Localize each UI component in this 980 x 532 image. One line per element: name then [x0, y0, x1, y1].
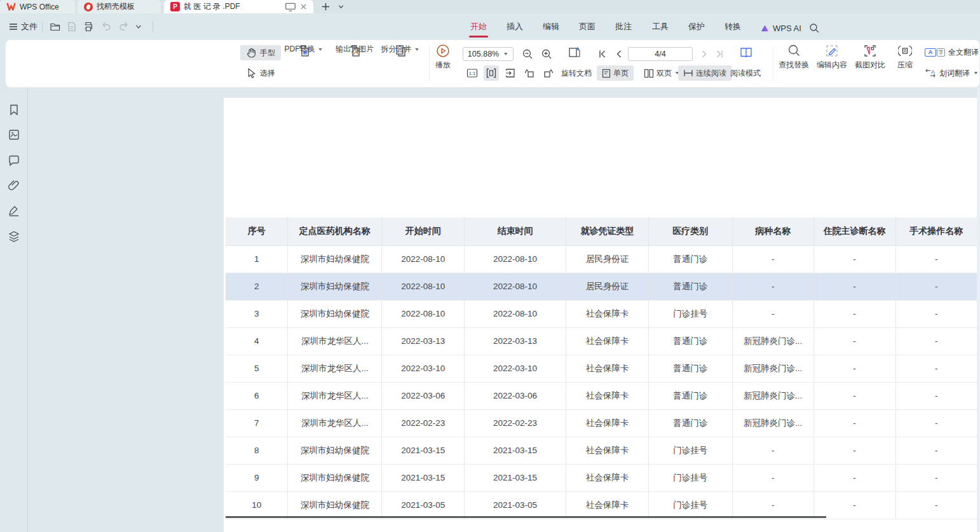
first-page-icon — [597, 48, 608, 60]
table-header-cell: 病种名称 — [732, 217, 813, 245]
menu-page[interactable]: 页面 — [576, 20, 598, 34]
table-cell: - — [895, 327, 977, 355]
find-replace-label: 查找替换 — [779, 60, 809, 71]
table-cell: - — [895, 491, 977, 519]
read-mode-button[interactable]: 阅读模式 — [730, 65, 761, 81]
menu-comment[interactable]: 批注 — [613, 20, 634, 34]
table-cell: 深圳市龙华区人... — [288, 409, 382, 437]
prev-page-button[interactable] — [613, 47, 625, 61]
pdf-icon: P — [170, 2, 180, 11]
bookmark-icon[interactable] — [8, 104, 20, 116]
thumbnail-icon[interactable] — [8, 128, 20, 141]
menu-protect[interactable]: 保护 — [686, 20, 707, 34]
tab-list-chevron-icon[interactable] — [337, 0, 344, 13]
attachment-icon[interactable] — [8, 179, 20, 192]
table-row: 10深圳市妇幼保健院2021-03-052021-03-05社会保障卡门诊挂号-… — [226, 491, 977, 519]
single-page-button[interactable]: 单页 — [597, 65, 634, 81]
zoom-in-button[interactable] — [540, 47, 554, 61]
chevron-down-icon: ▼ — [503, 51, 508, 57]
actual-size-button[interactable]: 1:1 — [465, 65, 480, 81]
zoom-level-combo[interactable]: 105.88% ▼ — [463, 47, 514, 61]
page-number-input[interactable]: 4/4 — [628, 47, 693, 61]
close-tab-icon[interactable] — [300, 3, 307, 10]
save-icon — [66, 21, 78, 32]
pdf-page[interactable]: 序号定点医药机构名称开始时间结束时间就诊凭证类型医疗类别病种名称住院主诊断名称手… — [224, 98, 977, 532]
zoom-out-button[interactable] — [521, 47, 534, 61]
vertical-scrollbar[interactable] — [977, 88, 980, 532]
tab-docer[interactable]: 找稻壳模板 — [78, 0, 161, 13]
table-cell: 深圳市龙华区人... — [288, 355, 382, 382]
rotate-right-button[interactable] — [541, 65, 556, 81]
split-merge-button[interactable]: 拆分合并▼ — [377, 44, 424, 58]
export-image-button[interactable]: 输出为图片 — [329, 44, 381, 58]
fit-width-button[interactable] — [484, 65, 499, 81]
read-mode-button-icon[interactable] — [737, 44, 756, 61]
compress-button[interactable]: 压缩 — [890, 44, 920, 71]
play-button[interactable]: 播放 — [429, 44, 457, 71]
menu-insert[interactable]: 插入 — [504, 20, 526, 34]
layers-icon[interactable] — [8, 230, 20, 243]
rotate-left-button[interactable] — [522, 65, 537, 81]
comment-icon[interactable] — [8, 154, 20, 167]
svg-text:1:1: 1:1 — [469, 71, 475, 76]
table-cell: - — [895, 300, 977, 327]
screenshot-compare-button[interactable]: 截图对比 — [852, 44, 888, 71]
table-row: 9深圳市妇幼保健院2021-03-152021-03-15社会保障卡门诊挂号--… — [226, 464, 977, 491]
menu-home[interactable]: 开始 — [468, 20, 489, 34]
save-button[interactable] — [66, 18, 78, 35]
tab-document[interactable]: P 就 医 记 录 .PDF — [164, 0, 313, 13]
select-tool-button[interactable]: 选择 — [240, 65, 281, 81]
redo-button[interactable] — [118, 18, 130, 35]
new-tab-button[interactable] — [321, 0, 330, 13]
continuous-read-button[interactable]: 连续阅读 — [678, 65, 732, 81]
open-file-button[interactable] — [50, 18, 61, 35]
hand-icon — [246, 47, 257, 58]
table-cell: 2022-08-10 — [465, 300, 566, 327]
double-page-button[interactable]: 双页 ▼ — [640, 65, 684, 81]
undo-button[interactable] — [100, 18, 112, 35]
table-cell: 社会保障卡 — [566, 327, 648, 355]
record-table: 序号定点医药机构名称开始时间结束时间就诊凭证类型医疗类别病种名称住院主诊断名称手… — [226, 217, 977, 519]
menu-tools[interactable]: 工具 — [650, 20, 671, 34]
table-header-cell: 开始时间 — [382, 217, 465, 245]
hand-tool-button[interactable]: 手型 — [240, 45, 281, 60]
menubar-search-button[interactable] — [808, 20, 820, 36]
present-monitor-icon[interactable] — [285, 1, 296, 13]
wps-ai-button[interactable]: WPS AI — [760, 20, 801, 36]
fit-page-button[interactable] — [503, 65, 518, 81]
rotate-document-label[interactable]: 旋转文档 — [561, 65, 592, 81]
tab-wps-office[interactable]: WPS Office — [0, 0, 75, 13]
last-page-button[interactable] — [713, 47, 726, 61]
table-cell: - — [813, 491, 895, 519]
table-row: 3深圳市妇幼保健院2022-08-102022-08-10社会保障卡门诊挂号--… — [226, 300, 977, 327]
table-cell: 社会保障卡 — [566, 409, 648, 437]
rotate-document-icon — [568, 46, 582, 60]
edit-content-button[interactable]: 编辑内容 — [814, 44, 850, 71]
print-button[interactable] — [83, 18, 94, 35]
word-translate-label: 划词翻译 — [939, 68, 970, 79]
rotate-document-button[interactable] — [565, 44, 584, 61]
pdf-convert-button[interactable]: PDF转换▼ — [280, 44, 327, 58]
quickbar-more-chevron-icon[interactable] — [135, 18, 142, 35]
menu-convert[interactable]: 转换 — [722, 20, 744, 34]
table-cell: 门诊挂号 — [648, 491, 732, 519]
table-cell: 2 — [226, 273, 288, 300]
zoom-level-value: 105.88% — [468, 50, 499, 58]
table-header-cell: 结束时间 — [465, 217, 566, 245]
play-icon — [436, 44, 450, 58]
file-menu-button[interactable]: 文件 — [9, 18, 37, 35]
continuous-read-label: 连续阅读 — [696, 68, 726, 79]
edit-content-icon — [825, 44, 839, 58]
full-translate-icon: A字 — [925, 48, 945, 57]
menu-edit[interactable]: 编辑 — [540, 20, 562, 34]
wps-ai-icon — [760, 24, 770, 32]
next-page-button[interactable] — [698, 47, 711, 61]
table-header-row: 序号定点医药机构名称开始时间结束时间就诊凭证类型医疗类别病种名称住院主诊断名称手… — [226, 217, 977, 245]
word-translate-button[interactable]: A 划词翻译 ▼ — [925, 66, 979, 80]
find-replace-button[interactable]: 查找替换 — [776, 44, 812, 71]
chevron-down-icon: ▼ — [414, 47, 420, 52]
table-cell: 7 — [226, 409, 288, 437]
first-page-button[interactable] — [596, 47, 609, 61]
full-translate-button[interactable]: A字 全文翻译 — [925, 45, 979, 59]
signature-icon[interactable] — [8, 205, 20, 217]
